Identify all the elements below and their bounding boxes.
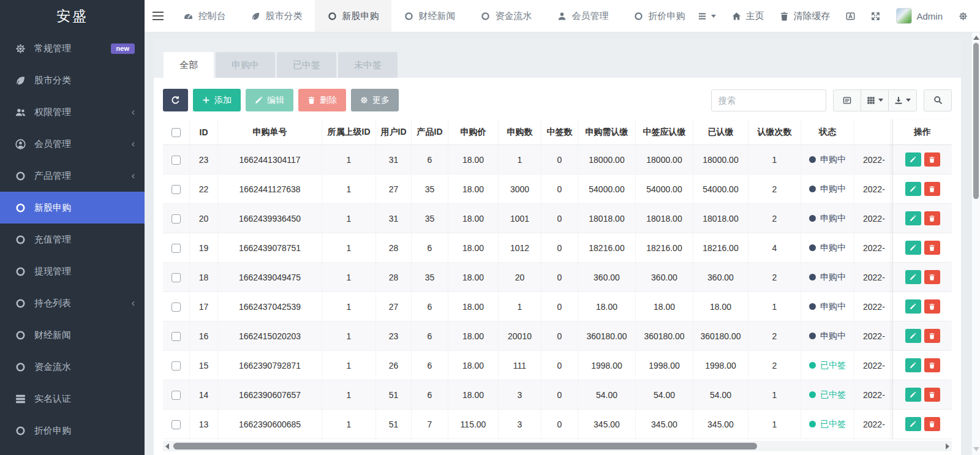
window-list-dropdown[interactable] [698,12,716,21]
column-header[interactable]: 产品ID [412,119,448,145]
sidebar-item[interactable]: 常规管理new [0,32,145,64]
sidebar-item[interactable]: 实名认证 [0,383,145,415]
sidebar-item[interactable]: 权限管理 [0,96,145,128]
column-header[interactable]: 申购数 [499,119,541,145]
columns-button[interactable] [861,90,889,111]
main-area: 全部申购中已中签未中签 添加 编辑 删除 更多 [145,32,971,455]
row-checkbox[interactable] [172,244,181,253]
column-header[interactable]: 用户ID [376,119,412,145]
sidebar-item-label: 股市分类 [34,75,71,86]
row-checkbox[interactable] [172,156,181,165]
horizontal-scrollbar-thumb[interactable] [173,443,757,449]
select-all-checkbox[interactable] [172,128,181,137]
row-delete-button[interactable] [924,270,940,284]
row-checkbox[interactable] [172,273,181,282]
fullscreen-button[interactable] [871,12,880,21]
column-header[interactable]: 已认缴 [693,119,748,145]
nav-tab[interactable]: 股市分类 [238,0,315,32]
row-edit-button[interactable] [905,329,921,343]
column-header[interactable]: 状态 [801,119,854,145]
row-edit-button[interactable] [905,152,921,167]
search-button[interactable] [924,89,952,111]
export-button[interactable] [889,90,916,111]
scroll-left-arrow-icon[interactable] [165,443,169,449]
row-edit-button[interactable] [905,388,921,402]
refresh-button[interactable] [163,89,188,111]
sidebar-item[interactable]: 财经新闻 [0,319,145,351]
nav-tab[interactable]: 新股申购 [315,0,391,32]
column-header[interactable]: 中签应认缴 [636,119,693,145]
nav-tab[interactable]: 资金流水 [468,0,545,32]
clear-cache-button[interactable]: 清除缓存 [780,10,830,22]
nav-tab-label: 新股申购 [342,10,379,22]
horizontal-scrollbar[interactable] [163,441,952,451]
nav-tab[interactable]: 财经新闻 [391,0,468,32]
row-delete-button[interactable] [924,299,940,314]
sidebar-item[interactable]: 提现管理 [0,255,145,287]
row-checkbox[interactable] [172,332,181,341]
row-delete-button[interactable] [924,241,940,255]
row-delete-button[interactable] [924,388,940,402]
row-delete-button[interactable] [924,417,940,431]
filter-tab[interactable]: 全部 [164,52,214,78]
cell-parent_id: 1 [322,322,376,351]
row-checkbox[interactable] [172,303,181,312]
menu-toggle-button[interactable] [145,0,171,32]
row-delete-button[interactable] [924,358,940,372]
row-edit-button[interactable] [905,417,921,431]
row-edit-button[interactable] [905,182,921,196]
delete-button[interactable]: 删除 [298,89,346,111]
sidebar-item[interactable]: 新股申购 [0,192,145,224]
row-checkbox[interactable] [172,391,181,400]
detail-view-button[interactable] [834,90,861,111]
sidebar-item[interactable]: 折价申购 [0,415,145,446]
sidebar-item[interactable]: 持仓列表 [0,287,145,319]
search-input[interactable] [711,89,826,111]
filter-tab[interactable]: 未中签 [338,52,398,78]
nav-tab[interactable]: 控制台 [171,0,238,32]
scroll-down-arrow-icon[interactable] [973,447,979,451]
row-delete-button[interactable] [924,182,940,196]
nav-tab[interactable]: 折价申购 [621,0,698,32]
row-delete-button[interactable] [924,329,940,343]
row-delete-button[interactable] [924,211,940,225]
user-menu[interactable]: Admin [896,8,943,24]
column-header[interactable]: 申购价 [448,119,499,145]
add-button[interactable]: 添加 [193,89,241,111]
row-checkbox[interactable] [172,185,181,194]
sidebar-item[interactable]: 充值管理 [0,224,145,255]
filter-tab[interactable]: 申购中 [216,52,275,78]
language-button[interactable] [846,12,855,21]
column-header[interactable]: 中签数 [541,119,578,145]
row-edit-button[interactable] [905,270,921,284]
row-delete-button[interactable] [924,152,940,167]
row-edit-button[interactable] [905,241,921,255]
vertical-scrollbar-thumb[interactable] [973,43,979,199]
leaf-icon [14,75,27,86]
more-button[interactable]: 更多 [351,89,399,111]
column-header[interactable]: ID [190,119,218,145]
row-checkbox[interactable] [172,420,181,429]
column-header[interactable]: 认缴次数 [748,119,801,145]
vertical-scrollbar[interactable] [971,32,980,455]
home-button[interactable]: 主页 [732,10,764,22]
column-header[interactable]: 申购单号 [218,119,322,145]
row-edit-button[interactable] [905,299,921,314]
edit-button[interactable]: 编辑 [246,89,293,111]
sidebar-item[interactable]: 会员管理 [0,128,145,160]
row-checkbox[interactable] [172,214,181,224]
cell-pay_count: 1 [748,410,801,439]
scroll-up-arrow-icon[interactable] [973,36,979,40]
sidebar-item[interactable]: 资金流水 [0,351,145,383]
column-header[interactable]: 申购需认缴 [578,119,636,145]
settings-button[interactable] [959,12,968,21]
sidebar-item[interactable]: 产品管理 [0,160,145,192]
row-edit-button[interactable] [905,358,921,372]
row-checkbox[interactable] [172,361,181,370]
sidebar-item[interactable]: 股市分类 [0,64,145,96]
column-header[interactable]: 所属上级ID [322,119,376,145]
nav-tab[interactable]: 会员管理 [545,0,621,32]
row-edit-button[interactable] [905,211,921,225]
filter-tab[interactable]: 已中签 [277,52,336,78]
scroll-right-arrow-icon[interactable] [946,443,949,449]
